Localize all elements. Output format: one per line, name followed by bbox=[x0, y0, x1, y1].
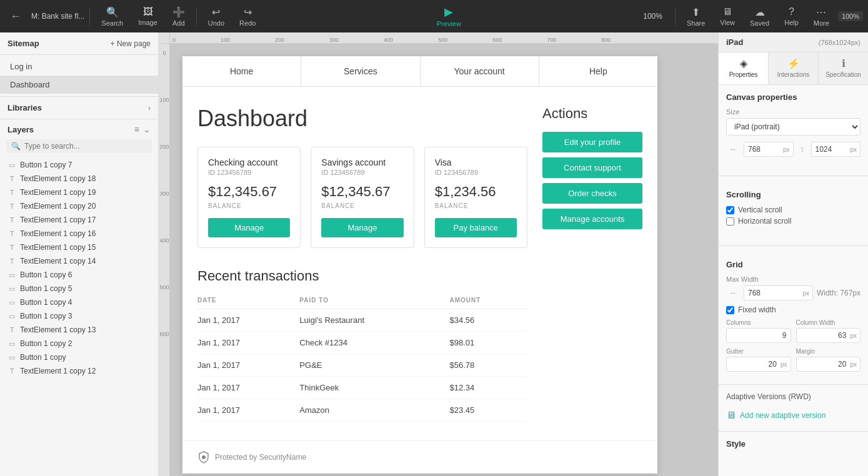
layers-sort-icon[interactable]: ≡ bbox=[134, 124, 139, 134]
libraries-title: Libraries bbox=[7, 103, 42, 112]
fixed-width-row: Fixed width bbox=[726, 305, 861, 314]
margin-input[interactable] bbox=[797, 357, 851, 371]
horizontal-scroll-checkbox[interactable] bbox=[726, 217, 734, 226]
page-item-dashboard[interactable]: Dashboard bbox=[0, 76, 158, 94]
account-card: Savings account ID 123456789 $12,345.67 … bbox=[311, 147, 414, 248]
transaction-cell: Jan 1, 2017 bbox=[197, 332, 299, 354]
nav-item[interactable]: Your account bbox=[421, 56, 539, 86]
width-icon: ↔ bbox=[726, 145, 740, 154]
more-tool[interactable]: ⋯ More bbox=[807, 4, 836, 29]
share-tool[interactable]: ⬆ Share bbox=[681, 4, 711, 29]
fixed-width-checkbox[interactable] bbox=[726, 306, 734, 314]
layers-expand-icon[interactable]: ⌄ bbox=[143, 124, 151, 134]
specification-icon: ℹ bbox=[842, 57, 846, 69]
transactions-table: DATEPAID TOAMOUNT Jan 1, 2017Luigi's Res… bbox=[197, 294, 527, 422]
nav-item[interactable]: Help bbox=[539, 56, 657, 86]
tab-interactions-label: Interactions bbox=[777, 71, 810, 78]
action-button[interactable]: Edit your profile bbox=[542, 132, 642, 152]
more-label: More bbox=[814, 19, 829, 27]
canvas-properties-title: Canvas properties bbox=[726, 92, 861, 102]
transaction-cell: ThinkGeek bbox=[299, 377, 449, 399]
card-id: ID 123456789 bbox=[435, 169, 517, 176]
card-action-button[interactable]: Manage bbox=[208, 218, 290, 237]
column-width-input[interactable] bbox=[797, 329, 851, 342]
search-tool[interactable]: 🔍 Search bbox=[95, 4, 129, 29]
nav-item[interactable]: Services bbox=[301, 56, 420, 86]
canvas-scroll[interactable]: HomeServicesYour accountHelp Dashboard C… bbox=[170, 44, 718, 476]
layer-item[interactable]: TTextElement 1 copy 14 bbox=[0, 254, 158, 268]
action-button[interactable]: Contact support bbox=[542, 157, 642, 178]
nav-item[interactable]: Home bbox=[182, 56, 301, 86]
zoom-display: 100% bbox=[636, 12, 670, 21]
width-input[interactable] bbox=[744, 142, 783, 156]
fixed-width-label: Fixed width bbox=[738, 305, 776, 314]
transactions-title: Recent transactions bbox=[197, 268, 527, 284]
max-width-unit: px bbox=[802, 290, 812, 297]
layer-item[interactable]: TTextElement 1 copy 16 bbox=[0, 227, 158, 240]
layer-item[interactable]: ▭Button 1 copy 6 bbox=[0, 268, 158, 282]
action-button[interactable]: Order checks bbox=[542, 183, 642, 204]
libraries-section[interactable]: Libraries › bbox=[0, 97, 158, 119]
add-tool[interactable]: ➕ Add bbox=[166, 4, 191, 29]
transaction-cell: Jan 1, 2017 bbox=[197, 377, 299, 399]
help-tool[interactable]: ? Help bbox=[778, 4, 805, 29]
page-item-login[interactable]: Log in bbox=[0, 57, 158, 76]
ruler-horizontal: 0 100 200 300 400 500 600 700 800 bbox=[170, 32, 718, 44]
max-width-label: Max Width bbox=[726, 275, 861, 283]
gutter-col: Gutter px bbox=[726, 348, 791, 372]
tab-specification[interactable]: ℹ Specification bbox=[819, 52, 868, 84]
max-width-row: ↔ px Width: 767px bbox=[726, 285, 861, 300]
card-balance: $1,234.56 bbox=[435, 184, 517, 200]
help-label: Help bbox=[784, 19, 799, 26]
layer-item[interactable]: TTextElement 1 copy 17 bbox=[0, 213, 158, 227]
horizontal-scroll-label: Horizontal scroll bbox=[738, 217, 791, 226]
layer-item[interactable]: TTextElement 1 copy 18 bbox=[0, 172, 158, 186]
transaction-cell: PG&E bbox=[299, 354, 449, 377]
layer-item[interactable]: TTextElement 1 copy 15 bbox=[0, 240, 158, 254]
page-navigation: HomeServicesYour accountHelp bbox=[182, 56, 657, 87]
layer-item[interactable]: ▭Button 1 copy 7 bbox=[0, 158, 158, 172]
redo-tool[interactable]: ↪ Redo bbox=[233, 4, 262, 29]
layer-item[interactable]: ▭Button 1 copy 5 bbox=[0, 282, 158, 295]
layer-item[interactable]: ▭Button 1 copy bbox=[0, 350, 158, 364]
add-adaptive-button[interactable]: 🖥 Add new adaptive version bbox=[726, 407, 861, 424]
undo-icon: ↩ bbox=[212, 6, 220, 18]
rect-icon: ▭ bbox=[7, 285, 16, 293]
tab-properties[interactable]: ◈ Properties bbox=[719, 52, 769, 84]
action-button[interactable]: Manage accounts bbox=[542, 209, 642, 229]
max-width-input[interactable] bbox=[744, 286, 802, 300]
toolbar-separator-3 bbox=[675, 7, 676, 26]
transaction-cell: $12.34 bbox=[449, 377, 527, 399]
layer-name: Button 1 copy 6 bbox=[20, 270, 72, 279]
vertical-scroll-checkbox[interactable] bbox=[726, 206, 734, 214]
back-button[interactable]: ← bbox=[5, 7, 26, 26]
tab-interactions[interactable]: ⚡ Interactions bbox=[769, 52, 819, 84]
columns-input[interactable] bbox=[727, 329, 791, 342]
layer-item[interactable]: ▭Button 1 copy 3 bbox=[0, 309, 158, 323]
height-input[interactable] bbox=[812, 142, 851, 156]
card-action-button[interactable]: Pay balance bbox=[435, 218, 517, 237]
layer-item[interactable]: ▭Button 1 copy 2 bbox=[0, 337, 158, 350]
size-select[interactable]: iPad (portrait) bbox=[726, 118, 861, 136]
gutter-input[interactable] bbox=[727, 357, 781, 371]
transaction-row: Jan 1, 2017PG&E$56.78 bbox=[197, 354, 527, 377]
image-tool[interactable]: 🖼 Image bbox=[132, 4, 164, 29]
layer-item[interactable]: ▭Button 1 copy 4 bbox=[0, 295, 158, 309]
card-action-button[interactable]: Manage bbox=[321, 218, 403, 237]
preview-button[interactable]: ▶ Preview bbox=[427, 2, 471, 30]
layer-item[interactable]: TTextElement 1 copy 12 bbox=[0, 364, 158, 378]
layer-name: Button 1 copy 2 bbox=[20, 339, 72, 348]
new-page-button[interactable]: + New page bbox=[111, 39, 151, 48]
layers-search-input[interactable] bbox=[24, 142, 147, 151]
layer-item[interactable]: TTextElement 1 copy 20 bbox=[0, 199, 158, 213]
card-id: ID 123456789 bbox=[208, 169, 290, 176]
undo-tool[interactable]: ↩ Undo bbox=[202, 4, 231, 29]
layer-item[interactable]: TTextElement 1 copy 19 bbox=[0, 186, 158, 199]
margin-label: Margin bbox=[796, 348, 861, 355]
layer-item[interactable]: TTextElement 1 copy 13 bbox=[0, 323, 158, 337]
view-tool[interactable]: 🖥 View bbox=[714, 4, 741, 29]
max-width-icon: ↔ bbox=[726, 289, 740, 297]
project-title: M: Bank site fl... bbox=[31, 12, 84, 21]
transaction-header: AMOUNT bbox=[449, 294, 527, 309]
help-icon: ? bbox=[789, 6, 794, 17]
